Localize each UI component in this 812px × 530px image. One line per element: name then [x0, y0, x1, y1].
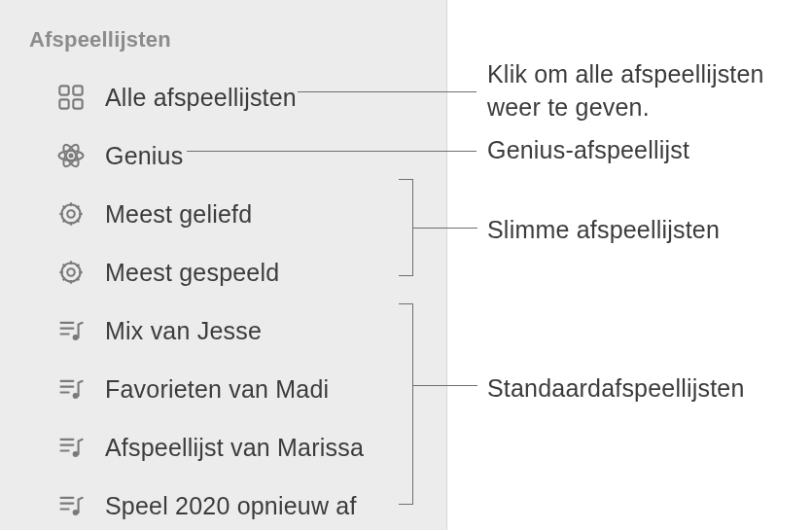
- playlist-icon: [54, 314, 88, 347]
- gear-icon: [54, 256, 88, 289]
- sidebar-item-label: Favorieten van Madi: [105, 375, 329, 404]
- sidebar-item-label: Mix van Jesse: [105, 317, 262, 345]
- atom-icon: [54, 139, 88, 172]
- leader-line: [187, 151, 477, 152]
- playlist-icon: [54, 372, 88, 406]
- sidebar-item-all-playlists[interactable]: Alle afspeellijsten: [0, 68, 446, 126]
- sidebar-item-madi-favorites[interactable]: Favorieten van Madi: [0, 360, 446, 418]
- sidebar-item-most-loved[interactable]: Meest geliefd: [0, 185, 446, 243]
- grid-icon: [54, 81, 88, 114]
- playlist-icon: [54, 431, 88, 464]
- leader-line: [412, 385, 477, 386]
- sidebar-item-label: Genius: [105, 142, 183, 170]
- callout-smart-playlists: Slimme afspeellijsten: [487, 214, 720, 247]
- callout-all-playlists: Klik om alle afspeellijsten weer te geve…: [487, 58, 812, 124]
- section-header-playlists: Afspeellijsten: [0, 27, 446, 53]
- sidebar-item-label: Afspeellijst van Marissa: [105, 434, 364, 462]
- gear-icon: [54, 197, 88, 230]
- playlist-icon: [54, 489, 88, 522]
- callout-genius: Genius-afspeellijst: [487, 134, 689, 167]
- sidebar-item-genius[interactable]: Genius: [0, 126, 446, 185]
- callout-standard-playlists: Standaardafspeellijsten: [487, 372, 745, 406]
- leader-line: [412, 228, 477, 229]
- playlists-sidebar: Afspeellijsten Alle afspeellijsten Geniu…: [0, 0, 447, 530]
- sidebar-item-most-played[interactable]: Meest gespeeld: [0, 243, 446, 301]
- leader-line: [298, 91, 477, 92]
- sidebar-item-replay-2020[interactable]: Speel 2020 opnieuw af: [0, 477, 446, 530]
- sidebar-item-marissa-playlist[interactable]: Afspeellijst van Marissa: [0, 418, 446, 477]
- sidebar-item-jesse-mix[interactable]: Mix van Jesse: [0, 301, 446, 360]
- sidebar-item-label: Meest geliefd: [105, 200, 252, 229]
- sidebar-item-label: Alle afspeellijsten: [105, 84, 297, 112]
- bracket: [412, 303, 413, 505]
- sidebar-item-label: Meest gespeeld: [105, 259, 279, 287]
- sidebar-item-label: Speel 2020 opnieuw af: [105, 492, 357, 520]
